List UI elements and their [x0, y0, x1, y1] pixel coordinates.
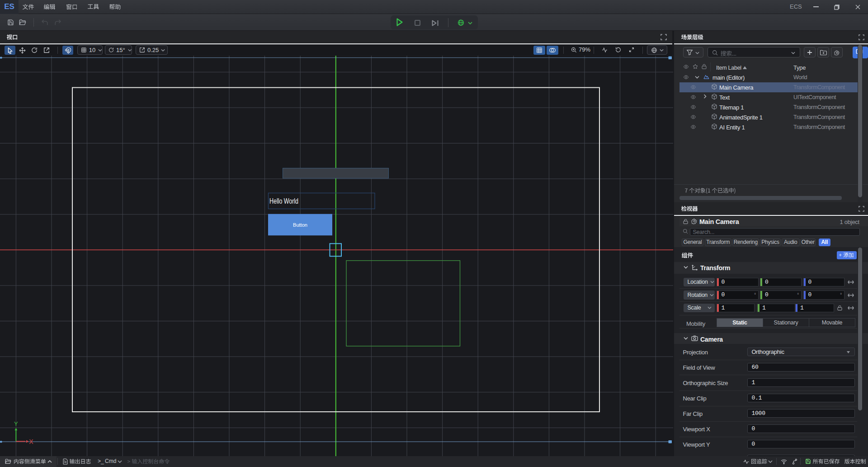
svg-text:X: X — [29, 438, 33, 445]
svg-text:Button: Button — [293, 222, 307, 228]
svg-text:Hello World: Hello World — [269, 197, 298, 205]
svg-text:Y: Y — [14, 420, 18, 427]
